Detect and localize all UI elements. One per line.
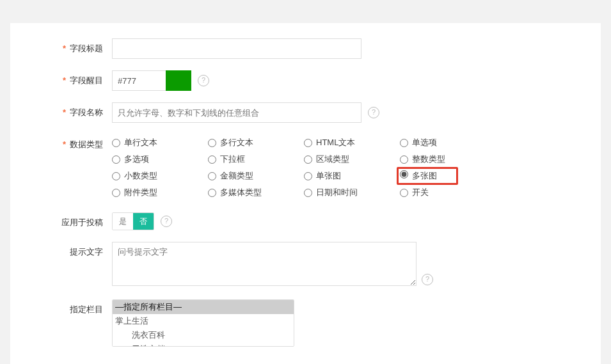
dtype-label: 单选项 (412, 137, 437, 148)
help-icon[interactable]: ? (161, 216, 172, 227)
dtype-option[interactable]: 多行文本 (208, 134, 304, 151)
help-icon[interactable]: ? (422, 274, 433, 285)
dtype-radio[interactable] (112, 139, 120, 147)
dtype-label: 单张图 (316, 170, 341, 182)
dtype-radio[interactable] (112, 189, 120, 197)
dtype-option[interactable]: 下拉框 (208, 151, 304, 168)
dtype-label: 附件类型 (124, 187, 157, 198)
row-contribute: 应用于投稿 是 否 ? (29, 212, 582, 230)
help-icon[interactable]: ? (198, 75, 209, 86)
row-name: 字段名称 ? (29, 102, 582, 123)
dtype-label: 日期和时间 (316, 187, 358, 198)
dtype-radio[interactable] (208, 189, 216, 197)
label-dtype: 数据类型 (29, 134, 112, 150)
dtype-options: 单行文本多行文本HTML文本单选项多选项下拉框区域类型整数类型小数类型金额类型单… (112, 134, 509, 201)
dtype-label: 多媒体类型 (220, 187, 262, 198)
dtype-label: 开关 (412, 187, 429, 198)
hint-textarea[interactable] (112, 242, 417, 286)
dtype-option[interactable]: 单选项 (400, 134, 496, 151)
contribute-toggle[interactable]: 是 否 (112, 212, 154, 230)
form-card: 字段标题 字段醒目 ? 字段名称 ? 数据类型 单行文本多行文本HTML文本单选 (10, 23, 601, 364)
dtype-option[interactable]: 小数类型 (112, 168, 208, 184)
row-hint: 提示文字 ? (29, 242, 582, 288)
dtype-radio[interactable] (400, 170, 408, 178)
dtype-radio[interactable] (112, 172, 120, 180)
column-option[interactable]: 掌上生活 (113, 314, 294, 328)
field-name-input[interactable] (112, 102, 361, 123)
dtype-label: 多选项 (124, 154, 149, 165)
field-title-input[interactable] (112, 38, 361, 59)
dtype-option[interactable]: 日期和时间 (304, 184, 400, 201)
dtype-radio[interactable] (112, 155, 120, 164)
dtype-label: 金额类型 (220, 170, 253, 182)
column-option[interactable]: 洗衣百科 (113, 328, 294, 342)
dtype-label: 多张图 (412, 171, 437, 180)
label-contribute: 应用于投稿 (29, 212, 112, 228)
dtype-radio[interactable] (304, 139, 312, 147)
label-color: 字段醒目 (29, 70, 112, 86)
toggle-yes[interactable]: 是 (113, 213, 133, 230)
dtype-radio[interactable] (304, 172, 312, 180)
color-swatch[interactable] (166, 70, 191, 91)
dtype-option[interactable]: 金额类型 (208, 168, 304, 184)
label-name: 字段名称 (29, 102, 112, 118)
column-option[interactable]: —指定所有栏目— (113, 300, 294, 314)
dtype-radio[interactable] (208, 172, 216, 180)
dtype-label: 多行文本 (220, 137, 253, 148)
dtype-label: 整数类型 (412, 154, 445, 165)
dtype-option[interactable]: 多媒体类型 (208, 184, 304, 201)
help-icon[interactable]: ? (368, 107, 379, 118)
dtype-label: 小数类型 (124, 170, 157, 182)
dtype-radio[interactable] (400, 155, 408, 164)
label-column: 指定栏目 (29, 299, 112, 315)
dtype-option[interactable]: 区域类型 (304, 151, 400, 168)
dtype-radio[interactable] (304, 155, 312, 164)
column-select[interactable]: —指定所有栏目—掌上生活 洗衣百科 干洗文档 (112, 299, 294, 347)
dtype-option[interactable]: 整数类型 (400, 151, 496, 168)
row-color: 字段醒目 ? (29, 70, 582, 91)
dtype-label: 单行文本 (124, 137, 157, 148)
row-dtype: 数据类型 单行文本多行文本HTML文本单选项多选项下拉框区域类型整数类型小数类型… (29, 134, 582, 201)
dtype-option[interactable]: 多张图 (400, 168, 496, 184)
dtype-option[interactable]: 多选项 (112, 151, 208, 168)
dtype-radio[interactable] (400, 139, 408, 147)
label-hint: 提示文字 (29, 242, 112, 258)
dtype-label: 下拉框 (220, 154, 245, 165)
dtype-label: HTML文本 (316, 137, 355, 148)
column-option[interactable]: 干洗文档 (113, 342, 294, 347)
field-color-input[interactable] (112, 70, 166, 91)
dtype-option[interactable]: 单张图 (304, 168, 400, 184)
dtype-radio[interactable] (304, 189, 312, 197)
dtype-label: 区域类型 (316, 154, 349, 165)
toggle-no[interactable]: 否 (133, 213, 154, 230)
dtype-option[interactable]: 单行文本 (112, 134, 208, 151)
dtype-option[interactable]: 附件类型 (112, 184, 208, 201)
dtype-radio[interactable] (208, 139, 216, 147)
row-column: 指定栏目 —指定所有栏目—掌上生活 洗衣百科 干洗文档 (29, 299, 582, 347)
dtype-option[interactable]: 开关 (400, 184, 496, 201)
dtype-radio[interactable] (400, 189, 408, 197)
row-title: 字段标题 (29, 38, 582, 59)
dtype-radio[interactable] (208, 155, 216, 164)
label-title: 字段标题 (29, 38, 112, 54)
dtype-option[interactable]: HTML文本 (304, 134, 400, 151)
